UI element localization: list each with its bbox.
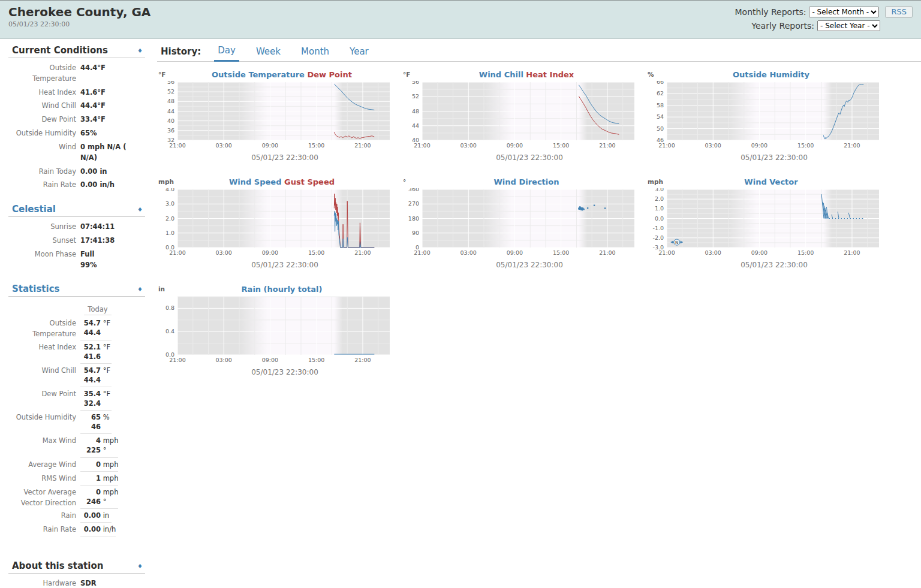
about-body: HardwareSDRLatitude34° 08.52' NLongitude… [8,574,145,588]
chart-wind-speed-gust-speed: mphWind Speed Gust Speed4.03.02.01.00.02… [157,177,392,269]
current-condition-row-value: 44.4°F [80,101,106,111]
svg-text:21:00: 21:00 [169,142,185,149]
svg-text:3.0: 3.0 [655,188,664,192]
celestial-row: Sunset17:41:38 [8,236,145,246]
statistics-row-label: Max Wind [8,434,80,457]
statistics-row: RMS Wind1 mph [8,472,145,486]
chart-plot: 5652484440363221:0003:0009:0015:0021:00 [157,81,392,149]
collapse-diamond-icon[interactable]: ♦ [137,286,143,293]
svg-text:09:00: 09:00 [507,249,523,256]
statistics-row-label: Vector AverageVector Direction [8,486,80,509]
statistics-row-value: 54.7 °F44.4 [80,316,112,340]
chart-unit-label: in [158,285,165,293]
chart-date-label: 05/01/23 22:30:00 [646,153,881,162]
svg-text:50: 50 [657,125,664,132]
statistics-row: Max Wind4 mph225 ° [8,434,145,457]
chart-plot: 4.03.02.01.00.021:0003:0009:0015:0021:00 [157,188,392,257]
about-header[interactable]: About this station ♦ [8,560,145,574]
yearly-reports-label: Yearly Reports: [751,21,814,31]
chart-unit-label: °F [403,71,410,78]
current-condition-row: Dew Point33.4°F [8,114,145,125]
statistics-header[interactable]: Statistics ♦ [8,284,145,297]
statistics-row-value: 0.00 in [80,509,112,523]
current-conditions-title: Current Conditions [12,45,108,56]
svg-text:21:00: 21:00 [658,249,675,256]
about-row: HardwareSDR [8,578,145,588]
statistics-row-value: 54.7 °F44.4 [80,364,112,387]
yearly-reports-select[interactable]: - Select Year - [817,20,880,31]
celestial-row-value: Full99% [80,249,97,271]
celestial-row: Moon PhaseFull99% [8,249,145,271]
statistics-row: Rain0.00 in [8,509,145,523]
svg-text:09:00: 09:00 [262,357,278,363]
svg-text:62: 62 [657,90,664,97]
chart-plot: 3.02.01.00.0-1.0-2.0-3.021:0003:0009:001… [646,188,881,257]
collapse-diamond-icon[interactable]: ♦ [137,563,143,569]
statistics-row-value: 0.00 in/h [80,523,116,536]
svg-text:52: 52 [167,88,174,95]
svg-text:44: 44 [412,122,419,129]
current-condition-row: Outside Temperature44.4°F [8,63,145,85]
chart-title: Wind Chill Heat Index [402,70,637,79]
chart-unit-label: mph [648,178,663,185]
tab-year[interactable]: Year [346,46,372,61]
svg-text:03:00: 03:00 [705,249,721,256]
statistics-row-value: 1 mph [80,472,118,486]
current-conditions-widget: Current Conditions ♦ Outside Temperature… [8,45,145,191]
celestial-row-label: Sunrise [8,222,80,233]
svg-text:2.0: 2.0 [165,215,174,222]
svg-text:21:00: 21:00 [169,357,185,363]
chart-unit-label: % [648,71,654,78]
chart-date-label: 05/01/23 22:30:00 [402,261,637,269]
monthly-reports-select[interactable]: - Select Month - [809,7,879,17]
chart-wind-chill-heat-index: °FWind Chill Heat Index565248444021:0003… [402,70,637,162]
svg-text:03:00: 03:00 [216,357,232,363]
about-row-value: SDR [80,578,97,588]
tab-week[interactable]: Week [252,46,284,61]
chart-date-label: 05/01/23 22:30:00 [157,261,392,269]
current-condition-row-label: Rain Today [8,167,80,177]
svg-text:21:00: 21:00 [844,142,860,149]
statistics-row-label: Rain [8,509,80,523]
charts-grid: °FOutside Temperature Dew Point565248444… [157,62,921,392]
svg-text:1.0: 1.0 [165,230,174,236]
svg-text:90: 90 [412,230,419,236]
svg-text:09:00: 09:00 [262,249,278,256]
svg-text:15:00: 15:00 [308,142,324,149]
svg-text:03:00: 03:00 [460,249,477,256]
current-conditions-header[interactable]: Current Conditions ♦ [8,45,145,58]
statistics-row-value: 52.1 °F41.6 [80,340,112,364]
statistics-row: Wind Chill54.7 °F44.4 [8,364,145,387]
current-condition-row: Wind Chill44.4°F [8,101,145,111]
current-condition-row-label: Wind Chill [8,101,80,111]
current-conditions-body: Outside Temperature44.4°FHeat Index41.6°… [8,58,145,191]
chart-unit-label: mph [158,178,174,185]
rss-button[interactable]: RSS [885,6,913,18]
svg-text:58: 58 [657,102,664,108]
svg-text:15:00: 15:00 [797,249,814,256]
celestial-body: Sunrise07:44:11Sunset17:41:38Moon PhaseF… [8,217,145,270]
chart-rain-hourly-total: inRain (hourly total)0.80.40.021:0003:00… [157,285,392,376]
statistics-row-value: 65 %46 [80,411,112,434]
celestial-row: Sunrise07:44:11 [8,222,145,233]
current-condition-row-label: Outside Temperature [8,63,80,85]
collapse-diamond-icon[interactable]: ♦ [137,206,143,213]
statistics-row: Outside Humidity65 %46 [8,411,145,434]
celestial-header[interactable]: Celestial ♦ [8,204,145,217]
svg-text:15:00: 15:00 [553,249,569,256]
chart-unit-label: °F [158,71,165,78]
about-row-label: Hardware [8,578,80,588]
tab-day[interactable]: Day [214,45,239,62]
monthly-reports-label: Monthly Reports: [735,7,806,17]
svg-text:03:00: 03:00 [705,142,721,149]
chart-date-label: 05/01/23 22:30:00 [157,368,392,376]
collapse-diamond-icon[interactable]: ♦ [137,47,143,54]
reports-panel: Monthly Reports: - Select Month - RSS Ye… [735,5,913,34]
current-condition-row-value: 0 mph N/A ( N/A) [80,142,145,164]
svg-text:21:00: 21:00 [599,249,615,256]
current-condition-row-label: Wind [8,142,80,164]
chart-date-label: 05/01/23 22:30:00 [402,153,637,162]
svg-text:-2.0: -2.0 [652,234,664,241]
tab-month[interactable]: Month [297,46,333,61]
celestial-row-value: 07:44:11 [80,222,115,233]
